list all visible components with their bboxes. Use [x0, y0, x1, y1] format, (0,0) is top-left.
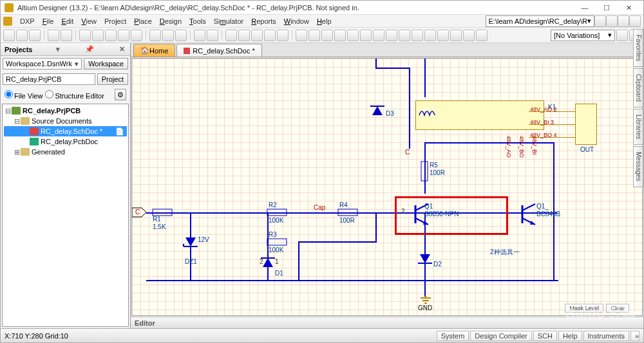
sb-more-icon[interactable]: » — [630, 331, 639, 341]
tb-b[interactable] — [92, 30, 104, 41]
tb-sheet[interactable] — [373, 30, 384, 41]
schematic-canvas[interactable]: C R1 1.5K R2 — [131, 58, 643, 316]
tb-save[interactable] — [29, 30, 41, 41]
tb-print[interactable] — [48, 30, 59, 41]
project-button[interactable]: Project — [97, 73, 128, 85]
window-title: Altium Designer (13.2) - E:\learn AD\des… — [17, 4, 574, 12]
maximize-button[interactable]: ☐ — [596, 1, 618, 14]
tb-a[interactable] — [79, 30, 91, 41]
projects-tree[interactable]: ⊟RC_delay.PrjPCB ⊟Source Documents RC_de… — [2, 104, 129, 327]
path-combo[interactable]: E:\learn AD\design\RC_delay\R▾ — [486, 15, 594, 27]
panel-pin-icon[interactable]: 📌 — [84, 45, 95, 53]
r2-val: 100K — [269, 217, 283, 224]
tree-source-docs[interactable]: ⊟Source Documents — [4, 116, 127, 126]
tree-pcbdoc[interactable]: RC_delay.PcbDoc — [4, 136, 127, 147]
tb-new[interactable] — [3, 30, 15, 41]
tb-preview[interactable] — [61, 30, 72, 41]
tree-schdoc[interactable]: RC_delay.SchDoc *📄 — [4, 126, 127, 136]
menu-design[interactable]: Design — [156, 16, 185, 26]
tab-home[interactable]: 🏠 Home — [133, 44, 175, 57]
tb-d[interactable] — [118, 30, 129, 41]
rtab-libraries[interactable]: Libraries — [633, 109, 643, 145]
tb-vcc[interactable] — [347, 30, 359, 41]
tb-1[interactable] — [225, 30, 237, 41]
tb-x5[interactable] — [450, 30, 462, 41]
panel-menu-icon[interactable]: ▾ — [55, 45, 61, 53]
tb-e[interactable] — [131, 30, 142, 41]
tb-x3[interactable] — [424, 30, 436, 41]
menu-project[interactable]: Project — [100, 16, 130, 26]
q1b-val: BC846B — [536, 210, 560, 218]
tb-nav3[interactable] — [618, 15, 629, 27]
tb-copy[interactable] — [162, 30, 174, 41]
tb-nav2[interactable] — [606, 15, 618, 27]
rtab-clipboard[interactable]: Clipboard — [633, 68, 643, 107]
tb-nav1[interactable] — [594, 15, 606, 27]
sb-sch[interactable]: SCH — [533, 331, 557, 341]
menu-view[interactable]: View — [77, 16, 100, 26]
workspace-button[interactable]: Workspace — [84, 58, 128, 70]
tb-paste[interactable] — [175, 30, 187, 41]
tb-net[interactable] — [321, 30, 333, 41]
rtab-favorites[interactable]: Favorites — [633, 29, 643, 67]
menu-reports[interactable]: Reports — [247, 16, 280, 26]
svg-marker-11 — [420, 254, 430, 263]
tb-3[interactable] — [251, 30, 263, 41]
projects-header: Projects ▾ 📌 ✕ — [1, 43, 130, 56]
editor-area: 🏠 Home RC_delay.SchDoc * C — [131, 43, 643, 328]
panel-close-icon[interactable]: ✕ — [118, 45, 126, 53]
tb-x2[interactable] — [412, 30, 423, 41]
panel-options-icon[interactable]: ⚙ — [115, 89, 126, 100]
variations-combo[interactable]: [No Variations]▾ — [551, 30, 615, 41]
menu-tools[interactable]: Tools — [185, 16, 210, 26]
menu-simulator[interactable]: Simulator — [210, 16, 247, 26]
q1b-des: Q1_ — [536, 203, 549, 210]
status-bar: X:710 Y:280 Grid:10 System Design Compil… — [1, 328, 643, 342]
tb-x7[interactable] — [476, 30, 488, 41]
tb-undo[interactable] — [194, 30, 205, 41]
menu-help[interactable]: Help — [313, 16, 336, 26]
rtab-messages[interactable]: Messages — [633, 146, 643, 187]
menu-window[interactable]: Window — [280, 16, 313, 26]
project-combo[interactable]: RC_delay.PrjPCB — [3, 73, 95, 85]
sb-help[interactable]: Help — [558, 331, 582, 341]
close-button[interactable]: ✕ — [618, 1, 639, 14]
svg-rect-1 — [153, 209, 172, 216]
tb-x6[interactable] — [463, 30, 475, 41]
sb-design-compiler[interactable]: Design Compiler — [470, 331, 531, 341]
tb-x1[interactable] — [399, 30, 410, 41]
menu-edit[interactable]: Edit — [57, 16, 77, 26]
tb-cut[interactable] — [149, 30, 161, 41]
d3-des: D3 — [386, 110, 394, 117]
menu-file[interactable]: File — [39, 16, 58, 26]
tb-nav4[interactable] — [629, 15, 641, 27]
tb-bus[interactable] — [308, 30, 320, 41]
tab-schdoc[interactable]: RC_delay.SchDoc * — [176, 44, 261, 57]
right-tabs: Favorites Clipboard Libraries Messages — [633, 29, 643, 189]
tb-x4[interactable] — [437, 30, 449, 41]
minimize-button[interactable]: — — [574, 1, 596, 14]
tb-wire[interactable] — [296, 30, 307, 41]
structure-editor-radio[interactable]: Structure Editor — [45, 90, 104, 100]
sb-instruments[interactable]: Instruments — [583, 331, 629, 341]
app-icon — [5, 3, 14, 12]
sb-system[interactable]: System — [437, 331, 469, 341]
tb-c[interactable] — [105, 30, 117, 41]
tb-port[interactable] — [386, 30, 397, 41]
tb-2[interactable] — [238, 30, 250, 41]
tb-gnd[interactable] — [334, 30, 346, 41]
title-bar: Altium Designer (13.2) - E:\learn AD\des… — [1, 1, 643, 15]
file-view-radio[interactable]: File View — [5, 90, 43, 100]
tb-open[interactable] — [16, 30, 28, 41]
menu-place[interactable]: Place — [130, 16, 156, 26]
tb-5[interactable] — [277, 30, 289, 41]
workspace-combo[interactable]: Workspace1.DsnWrk▾ — [3, 58, 82, 70]
tb-4[interactable] — [264, 30, 276, 41]
tree-project[interactable]: ⊟RC_delay.PrjPCB — [4, 106, 127, 116]
dxp-icon — [3, 17, 12, 26]
tb-r1[interactable] — [616, 30, 628, 41]
tree-generated[interactable]: ⊞Generated — [4, 147, 127, 157]
menu-dxp[interactable]: DXP — [16, 16, 39, 26]
tb-redo[interactable] — [207, 30, 218, 41]
tb-part[interactable] — [360, 30, 372, 41]
